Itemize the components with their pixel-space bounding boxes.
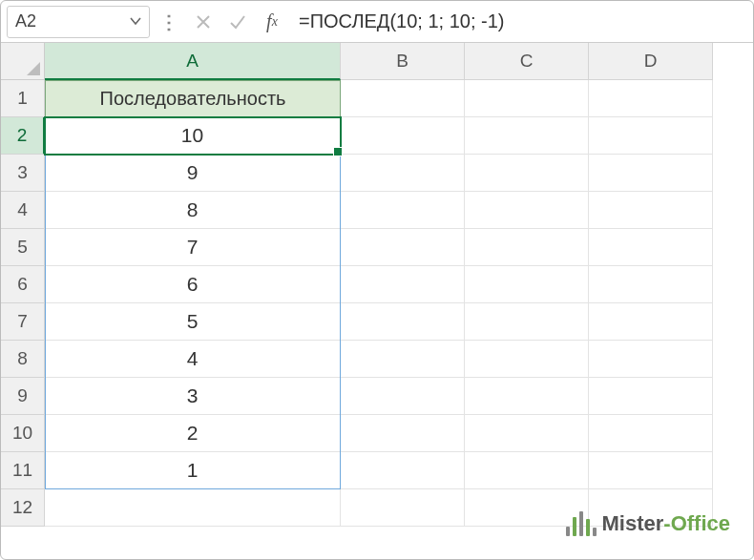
select-all-corner[interactable] bbox=[1, 43, 45, 80]
cell-D1[interactable] bbox=[589, 80, 713, 117]
cell-C1[interactable] bbox=[465, 80, 589, 117]
cancel-icon[interactable] bbox=[188, 7, 219, 37]
cell-B11[interactable] bbox=[341, 452, 465, 489]
cell-A7[interactable]: 5 bbox=[45, 303, 341, 341]
separator-icon: ⋮ bbox=[154, 10, 184, 33]
row-header-2[interactable]: 2 bbox=[1, 117, 45, 155]
cell-C2[interactable] bbox=[465, 117, 589, 155]
row-header-8[interactable]: 8 bbox=[1, 341, 45, 378]
cell-C4[interactable] bbox=[465, 192, 589, 229]
cell-C6[interactable] bbox=[465, 266, 589, 303]
cell-D4[interactable] bbox=[589, 192, 713, 229]
column-header-A[interactable]: A bbox=[45, 43, 341, 80]
row-header-1[interactable]: 1 bbox=[1, 80, 45, 117]
cell-D5[interactable] bbox=[589, 229, 713, 266]
cell-C11[interactable] bbox=[465, 452, 589, 489]
cell-A8[interactable]: 4 bbox=[45, 341, 341, 378]
logo-bars-icon bbox=[566, 511, 597, 536]
row-header-3[interactable]: 3 bbox=[1, 155, 45, 192]
name-box-value: A2 bbox=[15, 11, 36, 31]
row-header-4[interactable]: 4 bbox=[1, 192, 45, 229]
cell-B2[interactable] bbox=[341, 117, 465, 155]
cell-B6[interactable] bbox=[341, 266, 465, 303]
cell-B3[interactable] bbox=[341, 155, 465, 192]
cell-A11[interactable]: 1 bbox=[45, 452, 341, 489]
cell-A6[interactable]: 6 bbox=[45, 266, 341, 303]
cell-C9[interactable] bbox=[465, 378, 589, 415]
fx-icon[interactable]: fx bbox=[257, 7, 287, 37]
enter-icon[interactable] bbox=[222, 7, 253, 37]
row-header-5[interactable]: 5 bbox=[1, 229, 45, 266]
watermark: Mister-Office bbox=[566, 511, 730, 536]
column-header-C[interactable]: C bbox=[465, 43, 589, 80]
cell-D8[interactable] bbox=[589, 341, 713, 378]
formula-bar: A2 ⋮ fx bbox=[1, 1, 753, 43]
cell-A3[interactable]: 9 bbox=[45, 155, 341, 192]
cell-B1[interactable] bbox=[341, 80, 465, 117]
row-header-6[interactable]: 6 bbox=[1, 266, 45, 303]
cell-A9[interactable]: 3 bbox=[45, 378, 341, 415]
cell-C8[interactable] bbox=[465, 341, 589, 378]
cell-B9[interactable] bbox=[341, 378, 465, 415]
cell-D6[interactable] bbox=[589, 266, 713, 303]
chevron-down-icon[interactable] bbox=[130, 11, 141, 31]
cell-D9[interactable] bbox=[589, 378, 713, 415]
cell-C3[interactable] bbox=[465, 155, 589, 192]
cell-D11[interactable] bbox=[589, 452, 713, 489]
cell-D7[interactable] bbox=[589, 303, 713, 341]
cell-B12[interactable] bbox=[341, 489, 465, 527]
watermark-text: Mister-Office bbox=[602, 511, 730, 536]
row-header-7[interactable]: 7 bbox=[1, 303, 45, 341]
cell-D3[interactable] bbox=[589, 155, 713, 192]
column-header-B[interactable]: B bbox=[341, 43, 465, 80]
cell-B7[interactable] bbox=[341, 303, 465, 341]
row-header-9[interactable]: 9 bbox=[1, 378, 45, 415]
cell-D2[interactable] bbox=[589, 117, 713, 155]
cell-A5[interactable]: 7 bbox=[45, 229, 341, 266]
name-box[interactable]: A2 bbox=[7, 6, 150, 38]
cell-A4[interactable]: 8 bbox=[45, 192, 341, 229]
cell-B8[interactable] bbox=[341, 341, 465, 378]
row-header-10[interactable]: 10 bbox=[1, 415, 45, 452]
cell-A12[interactable] bbox=[45, 489, 341, 527]
cell-D10[interactable] bbox=[589, 415, 713, 452]
cell-C10[interactable] bbox=[465, 415, 589, 452]
cell-B10[interactable] bbox=[341, 415, 465, 452]
row-header-12[interactable]: 12 bbox=[1, 489, 45, 527]
cell-C7[interactable] bbox=[465, 303, 589, 341]
cell-A2[interactable]: 10 bbox=[45, 117, 341, 155]
cell-B5[interactable] bbox=[341, 229, 465, 266]
column-header-D[interactable]: D bbox=[589, 43, 713, 80]
cell-C5[interactable] bbox=[465, 229, 589, 266]
cell-B4[interactable] bbox=[341, 192, 465, 229]
formula-input[interactable] bbox=[291, 6, 747, 38]
cell-A10[interactable]: 2 bbox=[45, 415, 341, 452]
row-header-11[interactable]: 11 bbox=[1, 452, 45, 489]
cell-A1[interactable]: Последовательность bbox=[45, 80, 341, 117]
spreadsheet-grid[interactable]: ABCD1Последовательность21039485766758493… bbox=[1, 43, 753, 527]
